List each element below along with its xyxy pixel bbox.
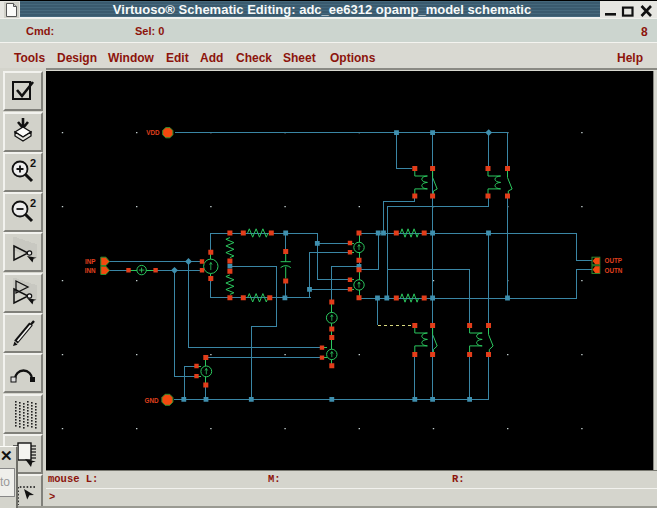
- svg-text:GND: GND: [145, 397, 159, 404]
- svg-text:OUTN: OUTN: [605, 267, 623, 274]
- svg-text:2: 2: [30, 157, 36, 169]
- svg-text:OUTP: OUTP: [605, 257, 623, 264]
- svg-text:INN: INN: [85, 267, 96, 274]
- svg-text:INP: INP: [85, 258, 96, 265]
- svg-text:VDD: VDD: [146, 129, 160, 136]
- svg-text:2: 2: [30, 197, 36, 209]
